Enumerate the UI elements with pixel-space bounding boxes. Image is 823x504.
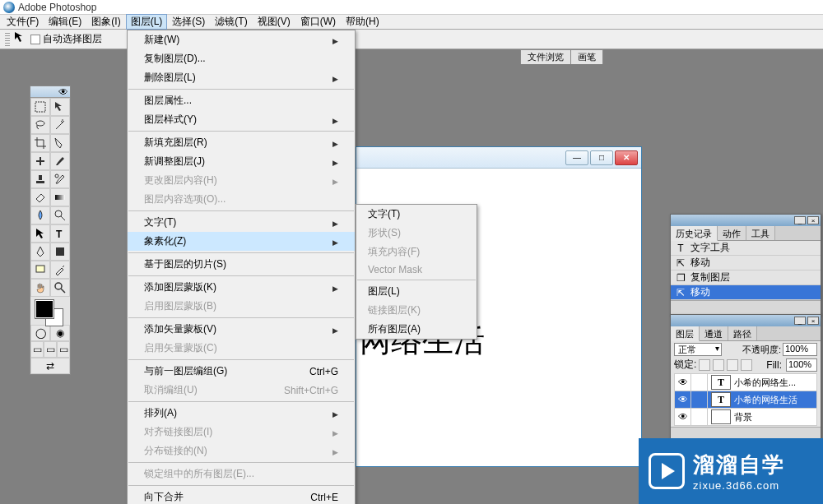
menu-item[interactable]: 删除图层(L): [128, 68, 355, 87]
history-brush-tool[interactable]: [50, 170, 70, 188]
dock-tab[interactable]: 文件浏览: [520, 49, 571, 64]
play-icon: [649, 453, 685, 489]
menu-item[interactable]: 添加图层蒙版(K): [128, 278, 355, 297]
minimize-button[interactable]: —: [565, 150, 588, 165]
toolbox-header[interactable]: 👁: [30, 86, 70, 98]
lock-paint-icon[interactable]: [713, 359, 724, 371]
stamp-tool[interactable]: [30, 170, 50, 188]
fill-field[interactable]: 100%: [786, 358, 817, 372]
panel-tab[interactable]: 通道: [700, 326, 728, 340]
crop-tool[interactable]: [30, 134, 50, 152]
submenu-item[interactable]: 文字(T): [356, 205, 477, 224]
menu-item[interactable]: 新调整图层(J): [128, 152, 355, 171]
menu-编辑E[interactable]: 编辑(E): [44, 14, 86, 30]
panel-close-icon[interactable]: ×: [807, 317, 819, 325]
path-select-tool[interactable]: [30, 224, 50, 243]
slice-tool[interactable]: [50, 134, 70, 152]
history-panel-titlebar[interactable]: _ ×: [671, 215, 821, 226]
menu-item[interactable]: 向下合并Ctrl+E: [128, 488, 355, 504]
fg-color-swatch[interactable]: [35, 300, 53, 318]
history-item-label: 复制图层: [690, 270, 730, 284]
menu-item[interactable]: 图层样式(Y): [128, 110, 355, 129]
brush-tool[interactable]: [50, 152, 70, 170]
menu-item[interactable]: 图层属性...: [128, 91, 355, 110]
layer-row[interactable]: 👁T小希的网络生...: [674, 373, 817, 391]
jump-to-imageready[interactable]: ⇄: [30, 358, 70, 374]
menu-item[interactable]: 新建(W): [128, 30, 355, 49]
menu-选择S[interactable]: 选择(S): [167, 14, 210, 30]
link-cell[interactable]: [691, 409, 708, 425]
link-cell[interactable]: [691, 374, 708, 391]
lock-transparent-icon[interactable]: [699, 359, 710, 371]
panel-tab[interactable]: 动作: [718, 226, 746, 240]
menu-文件F[interactable]: 文件(F): [2, 14, 44, 30]
screenmode-full2[interactable]: ▭: [57, 341, 70, 358]
submenu-item[interactable]: 图层(L): [356, 282, 477, 301]
eyedropper-tool[interactable]: [50, 261, 70, 279]
panel-tab[interactable]: 历史记录: [671, 226, 718, 241]
gradient-tool[interactable]: [50, 188, 70, 206]
visibility-icon[interactable]: 👁: [675, 374, 691, 391]
panel-minimize-icon[interactable]: _: [794, 216, 806, 224]
lock-move-icon[interactable]: [727, 359, 738, 371]
menu-帮助H[interactable]: 帮助(H): [341, 14, 384, 30]
menu-item[interactable]: 基于图层的切片(S): [128, 255, 355, 274]
type-tool[interactable]: T: [50, 224, 70, 243]
panel-tab[interactable]: 工具: [746, 226, 775, 240]
dock-tab[interactable]: 画笔: [570, 49, 603, 64]
menu-图象I[interactable]: 图象(I): [86, 14, 125, 30]
menu-item: 启用矢量蒙版(C): [128, 339, 355, 358]
history-item[interactable]: ⇱移动: [671, 285, 821, 300]
hand-tool[interactable]: [30, 279, 50, 297]
lock-all-icon[interactable]: [741, 359, 752, 371]
history-item[interactable]: ⇱移动: [671, 256, 821, 270]
move-tool[interactable]: [50, 98, 70, 116]
menu-item[interactable]: 复制图层(D)...: [128, 49, 355, 68]
visibility-icon[interactable]: 👁: [675, 391, 691, 408]
blend-mode-dropdown[interactable]: 正常: [674, 343, 722, 356]
link-cell[interactable]: [691, 391, 708, 408]
menu-item[interactable]: 排列(A): [128, 404, 355, 423]
eraser-tool[interactable]: [30, 188, 50, 206]
quickmask-off[interactable]: ◯: [30, 325, 50, 341]
heal-tool[interactable]: [30, 152, 50, 170]
menu-窗口W[interactable]: 窗口(W): [295, 14, 341, 30]
document-titlebar[interactable]: — □ ✕: [356, 147, 641, 169]
menu-item[interactable]: 文字(T): [128, 213, 355, 232]
auto-select-checkbox[interactable]: [30, 35, 40, 44]
shape-tool[interactable]: [50, 243, 70, 261]
opacity-field[interactable]: 100%: [783, 343, 817, 356]
quickmask-on[interactable]: ◉: [50, 325, 70, 341]
pen-tool[interactable]: [30, 243, 50, 261]
lasso-tool[interactable]: [30, 116, 50, 134]
menu-item[interactable]: 象素化(Z): [128, 232, 355, 251]
layer-row[interactable]: 👁背景: [674, 408, 817, 426]
menu-滤镜T[interactable]: 滤镜(T): [210, 14, 252, 30]
color-swatches[interactable]: [30, 297, 70, 325]
blur-tool[interactable]: [30, 206, 50, 224]
maximize-button[interactable]: □: [590, 150, 613, 165]
menu-item[interactable]: 与前一图层编组(G)Ctrl+G: [128, 362, 355, 381]
submenu-item[interactable]: 所有图层(A): [356, 320, 477, 339]
layers-panel-titlebar[interactable]: _ ×: [671, 315, 821, 326]
history-item[interactable]: ❐复制图层: [671, 270, 821, 285]
menu-视图V[interactable]: 视图(V): [253, 14, 295, 30]
history-item[interactable]: T文字工具: [671, 241, 821, 256]
dodge-tool[interactable]: [50, 206, 70, 224]
marquee-tool[interactable]: [30, 98, 50, 116]
panel-minimize-icon[interactable]: _: [794, 317, 806, 325]
menu-item[interactable]: 新填充图层(R): [128, 133, 355, 152]
visibility-icon[interactable]: 👁: [675, 409, 691, 425]
panel-close-icon[interactable]: ×: [807, 216, 819, 224]
menu-item[interactable]: 添加矢量蒙板(V): [128, 320, 355, 339]
panel-tab[interactable]: 图层: [671, 326, 700, 341]
panel-tab[interactable]: 路径: [728, 326, 757, 340]
notes-tool[interactable]: [30, 261, 50, 279]
close-button[interactable]: ✕: [615, 150, 638, 165]
wand-tool[interactable]: [50, 116, 70, 134]
layer-row[interactable]: 👁T小希的网络生活: [674, 391, 817, 409]
screenmode-standard[interactable]: ▭: [30, 341, 44, 358]
menu-图层L[interactable]: 图层(L): [126, 14, 168, 30]
screenmode-full[interactable]: ▭: [44, 341, 57, 358]
zoom-tool[interactable]: [50, 279, 70, 297]
